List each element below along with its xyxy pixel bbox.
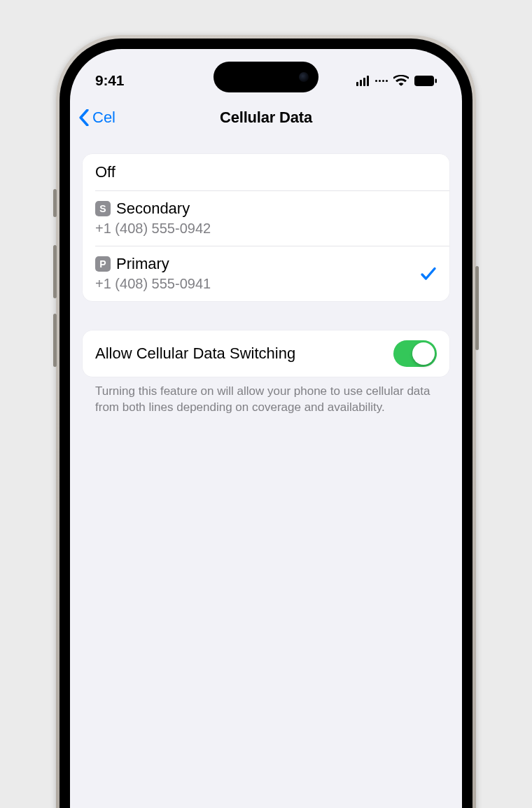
cellular-signal-icon (356, 76, 369, 86)
checkmark-icon (420, 266, 437, 281)
allow-switching-row: Allow Cellular Data Switching (83, 330, 449, 377)
line-selection-group: Off S Secondary +1 (408) 555-0942 (83, 154, 449, 301)
line-option-off-label: Off (95, 163, 115, 181)
line-name: Primary (116, 255, 169, 273)
line-option-secondary[interactable]: S Secondary +1 (408) 555-0942 (83, 190, 449, 246)
battery-icon (414, 76, 437, 86)
wifi-icon (393, 75, 409, 86)
phone-frame: 9:41 (56, 35, 476, 808)
status-time: 9:41 (95, 72, 124, 89)
side-button (53, 314, 57, 367)
page-title: Cellular Data (220, 109, 312, 127)
sim-badge-secondary-icon: S (95, 201, 111, 216)
chevron-left-icon (78, 109, 90, 126)
side-button (475, 266, 479, 350)
back-button[interactable]: Cel (78, 109, 115, 127)
line-option-off[interactable]: Off (83, 154, 449, 190)
allow-switching-label: Allow Cellular Data Switching (95, 344, 295, 363)
sim-badge-primary-icon: P (95, 256, 111, 272)
side-button (53, 189, 57, 217)
phone-screen: 9:41 (70, 49, 462, 808)
svg-rect-0 (414, 76, 434, 86)
nav-bar: Cel Cellular Data (70, 98, 462, 137)
side-button (53, 245, 57, 298)
back-label: Cel (92, 109, 115, 127)
line-option-primary[interactable]: P Primary +1 (408) 555-0941 (83, 246, 449, 301)
line-name: Secondary (116, 200, 190, 218)
allow-switching-footer: Turning this feature on will allow your … (83, 377, 449, 416)
line-number: +1 (408) 555-0942 (95, 221, 211, 237)
svg-rect-1 (435, 78, 438, 83)
dynamic-island (214, 62, 318, 92)
camera-icon (299, 72, 309, 82)
line-number: +1 (408) 555-0941 (95, 276, 211, 292)
allow-switching-toggle[interactable] (393, 340, 437, 367)
secondary-signal-icon (375, 80, 388, 82)
